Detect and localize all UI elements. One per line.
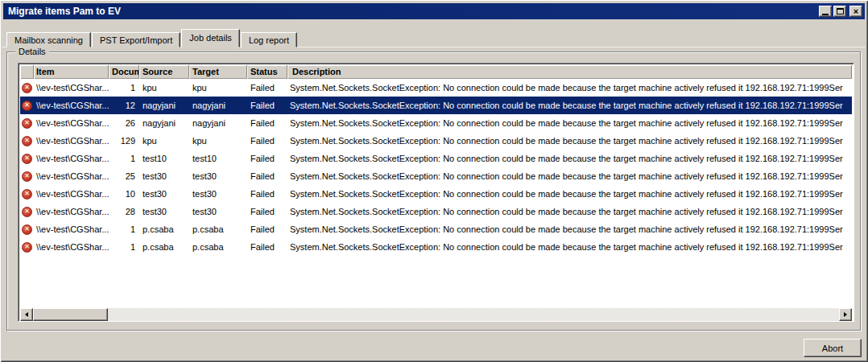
cell-target: test10 — [189, 154, 247, 163]
header-status[interactable]: Status — [247, 65, 287, 79]
cell-status: Failed — [247, 154, 287, 163]
scroll-right-icon — [844, 312, 847, 317]
cell-documents: 28 — [109, 207, 139, 216]
job-details-list: Item Documents Source Target Status Desc… — [18, 63, 854, 322]
cell-source: kpu — [139, 136, 189, 146]
header-documents[interactable]: Documents — [109, 65, 139, 79]
row-status-icon-cell: ✕ — [20, 118, 34, 129]
scrollbar-track[interactable] — [108, 308, 839, 321]
scrollbar-thumb[interactable] — [33, 308, 108, 321]
cell-status: Failed — [247, 83, 287, 93]
table-row[interactable]: ✕ \\ev-test\CGShar... 1 p.csaba p.csaba … — [20, 238, 852, 256]
header-target[interactable]: Target — [189, 65, 247, 79]
abort-button[interactable]: Abort — [804, 339, 862, 357]
cell-item: \\ev-test\CGShar... — [34, 207, 109, 216]
scroll-right-button[interactable] — [839, 308, 852, 321]
cell-status: Failed — [247, 101, 287, 110]
cell-documents: 10 — [109, 189, 139, 199]
cell-target: kpu — [189, 83, 247, 93]
error-icon: ✕ — [22, 101, 32, 111]
table-row[interactable]: ✕ \\ev-test\CGShar... 10 test30 test30 F… — [20, 185, 852, 203]
window-title: Migrate items Pam to EV — [8, 6, 121, 17]
cell-item: \\ev-test\CGShar... — [34, 224, 109, 234]
minimize-icon — [822, 14, 829, 15]
row-status-icon-cell: ✕ — [20, 83, 34, 93]
error-icon: ✕ — [22, 224, 32, 235]
tab-pst-export-import[interactable]: PST Export/Import — [92, 32, 180, 47]
header-icon-column[interactable] — [20, 65, 34, 79]
cell-status: Failed — [247, 242, 287, 252]
header-item[interactable]: Item — [34, 65, 109, 79]
scroll-left-icon — [25, 312, 28, 317]
row-status-icon-cell: ✕ — [20, 207, 34, 217]
cell-description: System.Net.Sockets.SocketException: No c… — [287, 189, 852, 199]
table-row[interactable]: ✕ \\ev-test\CGShar... 28 test30 test30 F… — [20, 203, 852, 220]
cell-documents: 1 — [109, 224, 139, 234]
table-row[interactable]: ✕ \\ev-test\CGShar... 26 nagyjani nagyja… — [20, 114, 852, 132]
cell-source: test30 — [139, 171, 189, 181]
cell-description: System.Net.Sockets.SocketException: No c… — [287, 101, 852, 110]
cell-item: \\ev-test\CGShar... — [34, 118, 109, 128]
cell-target: nagyjani — [189, 118, 247, 128]
close-button[interactable]: × — [849, 6, 862, 17]
tab-log-report[interactable]: Log report — [241, 32, 297, 47]
error-icon: ✕ — [22, 154, 32, 164]
row-status-icon-cell: ✕ — [20, 242, 34, 253]
cell-item: \\ev-test\CGShar... — [34, 242, 109, 252]
cell-status: Failed — [247, 118, 287, 128]
close-icon: × — [854, 7, 858, 15]
error-icon: ✕ — [22, 207, 32, 217]
titlebar-buttons: × — [819, 6, 862, 17]
table-row[interactable]: ✕ \\ev-test\CGShar... 1 test10 test10 Fa… — [20, 150, 852, 167]
cell-source: test30 — [139, 207, 189, 216]
cell-source: p.csaba — [139, 242, 189, 252]
tab-job-details[interactable]: Job details — [181, 29, 240, 47]
cell-item: \\ev-test\CGShar... — [34, 136, 109, 146]
scroll-left-button[interactable] — [20, 308, 33, 321]
error-icon: ✕ — [22, 83, 32, 93]
row-status-icon-cell: ✕ — [20, 224, 34, 235]
cell-item: \\ev-test\CGShar... — [34, 154, 109, 163]
error-icon: ✕ — [22, 171, 32, 182]
row-status-icon-cell: ✕ — [20, 171, 34, 182]
cell-target: test30 — [189, 171, 247, 181]
cell-target: p.csaba — [189, 224, 247, 234]
tab-label: PST Export/Import — [100, 35, 172, 45]
cell-status: Failed — [247, 207, 287, 216]
header-source[interactable]: Source — [139, 65, 189, 79]
cell-source: kpu — [139, 83, 189, 93]
table-row[interactable]: ✕ \\ev-test\CGShar... 1 p.csaba p.csaba … — [20, 220, 852, 238]
cell-description: System.Net.Sockets.SocketException: No c… — [287, 224, 852, 234]
dialog-window: Migrate items Pam to EV × Mailbox scanni… — [0, 0, 868, 362]
tab-label: Mailbox scanning — [14, 35, 83, 45]
tab-mailbox-scanning[interactable]: Mailbox scanning — [6, 32, 91, 47]
horizontal-scrollbar — [20, 308, 852, 321]
row-status-icon-cell: ✕ — [20, 154, 34, 164]
table-row[interactable]: ✕ \\ev-test\CGShar... 25 test30 test30 F… — [20, 167, 852, 185]
tab-label: Log report — [249, 35, 289, 45]
cell-status: Failed — [247, 224, 287, 234]
header-description[interactable]: Description — [287, 65, 852, 79]
row-status-icon-cell: ✕ — [20, 101, 34, 111]
cell-description: System.Net.Sockets.SocketException: No c… — [287, 207, 852, 216]
cell-target: p.csaba — [189, 242, 247, 252]
row-status-icon-cell: ✕ — [20, 189, 34, 200]
cell-description: System.Net.Sockets.SocketException: No c… — [287, 154, 852, 163]
error-icon: ✕ — [22, 136, 32, 146]
cell-source: test10 — [139, 154, 189, 163]
table-row[interactable]: ✕ \\ev-test\CGShar... 129 kpu kpu Failed… — [20, 132, 852, 150]
table-row[interactable]: ✕ \\ev-test\CGShar... 12 nagyjani nagyja… — [20, 97, 852, 114]
tab-bar: Mailbox scanning PST Export/Import Job d… — [6, 29, 298, 47]
minimize-button[interactable] — [819, 6, 832, 17]
cell-documents: 25 — [109, 171, 139, 181]
cell-description: System.Net.Sockets.SocketException: No c… — [287, 136, 852, 146]
cell-description: System.Net.Sockets.SocketException: No c… — [287, 118, 852, 128]
maximize-button[interactable] — [833, 6, 846, 17]
cell-description: System.Net.Sockets.SocketException: No c… — [287, 83, 852, 93]
error-icon: ✕ — [22, 189, 32, 200]
cell-target: nagyjani — [189, 101, 247, 110]
cell-target: test30 — [189, 189, 247, 199]
table-row[interactable]: ✕ \\ev-test\CGShar... 1 kpu kpu Failed S… — [20, 79, 852, 97]
cell-documents: 1 — [109, 83, 139, 93]
titlebar[interactable]: Migrate items Pam to EV × — [3, 3, 865, 19]
